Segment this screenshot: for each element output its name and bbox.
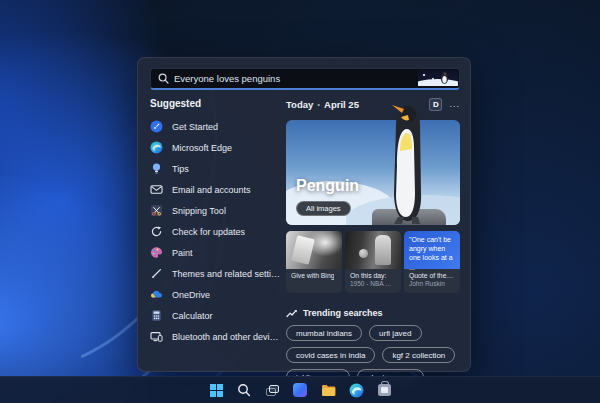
today-label: Today [286,99,313,110]
suggested-item-email-accounts[interactable]: Email and accounts [150,179,282,200]
start-button[interactable] [206,380,227,401]
snow-decoration [418,79,458,86]
calculator-icon [150,309,163,322]
lightbulb-icon [150,162,163,175]
suggested-item-label: Microsoft Edge [172,143,232,153]
suggested-item-paint[interactable]: Paint [150,242,282,263]
card-on-this-day[interactable]: On this day: 1950 - NBA miles... [345,231,401,293]
onedrive-cloud-icon [150,288,163,301]
task-view-icon [266,385,279,396]
suggested-heading: Suggested [150,98,282,109]
card-caption: Give with Bing [291,272,334,280]
suggested-item-label: Themes and related settings [172,269,282,279]
all-images-button[interactable]: All images [296,201,351,216]
suggested-item-microsoft-edge[interactable]: Microsoft Edge [150,137,282,158]
suggested-item-bluetooth-devices[interactable]: Bluetooth and other devices sett... [150,326,282,347]
date-label: April 25 [324,99,359,110]
daily-cards-row: Give with Bing On this day: 1950 - NBA m… [286,231,460,293]
hero-title: Penguin [296,177,359,195]
search-icon [158,73,169,84]
basketball-shape [359,249,368,258]
mail-icon [150,183,163,196]
suggested-item-label: Get Started [172,122,218,132]
store-icon [378,384,391,396]
suggested-item-label: Email and accounts [172,185,251,195]
give-with-bing-photo [286,231,342,269]
rocket-icon [150,120,163,133]
widgets-icon [293,383,307,397]
edge-icon [349,383,364,398]
stars-decoration [423,74,425,76]
photo-shape [375,235,391,265]
devices-icon [150,330,163,343]
on-this-day-photo [345,231,401,269]
trending-section: Trending searches mumbai indians urfi ja… [286,308,460,385]
separator-dot: • [317,100,320,109]
edge-icon [150,141,163,154]
suggested-item-check-updates[interactable]: Check for updates [150,221,282,242]
suggested-item-label: Check for updates [172,227,245,237]
search-icon [237,383,251,397]
trending-icon [286,309,297,318]
store-button[interactable] [374,380,395,401]
suggested-item-tips[interactable]: Tips [150,158,282,179]
mini-penguin-icon [440,71,449,84]
hero-card-penguin[interactable]: Penguin All images [286,120,460,225]
quote-background: "One can't be angry when one looks at a … [404,231,460,269]
card-caption: On this day: [350,272,396,280]
suggested-item-themes[interactable]: Themes and related settings [150,263,282,284]
suggested-item-get-started[interactable]: Get Started [150,116,282,137]
taskbar-search-button[interactable] [234,380,255,401]
suggested-item-onedrive[interactable]: OneDrive [150,284,282,305]
taskbar [0,376,600,403]
card-subcaption: John Ruskin [409,280,455,288]
folder-icon [321,384,336,397]
trending-pill[interactable]: kgf 2 collection [382,347,455,363]
more-options-icon[interactable]: ... [449,101,460,107]
suggested-section: Suggested Get Started Microsoft Edge Tip… [150,98,282,347]
desktop: Suggested Get Started Microsoft Edge Tip… [0,0,600,403]
widgets-button[interactable] [290,380,311,401]
suggested-item-calculator[interactable]: Calculator [150,305,282,326]
quote-text: "One can't be angry when one looks at a … [409,235,455,272]
search-bar[interactable] [150,68,460,90]
task-view-button[interactable] [262,380,283,401]
brush-icon [150,267,163,280]
sync-icon [150,225,163,238]
suggested-item-label: Paint [172,248,193,258]
penguin-image [382,103,434,229]
suggested-item-label: Bluetooth and other devices sett... [172,332,282,342]
search-input[interactable] [174,73,452,84]
suggested-item-snipping-tool[interactable]: Snipping Tool [150,200,282,221]
suggested-item-label: Calculator [172,311,213,321]
trending-pill[interactable]: urfi javed [369,325,421,341]
suggested-item-label: Tips [172,164,189,174]
search-flyout: Suggested Get Started Microsoft Edge Tip… [137,57,471,372]
card-subcaption: 1950 - NBA miles... [350,280,396,288]
edge-button[interactable] [346,380,367,401]
file-explorer-button[interactable] [318,380,339,401]
penguin-illustration [418,70,458,86]
scissors-icon [150,204,163,217]
card-give-with-bing[interactable]: Give with Bing [286,231,342,293]
suggested-item-label: OneDrive [172,290,210,300]
suggested-item-label: Snipping Tool [172,206,226,216]
photo-shape [291,235,315,265]
windows-logo-icon [210,384,223,397]
trending-pill[interactable]: covid cases in india [286,347,375,363]
card-quote-of-the-day[interactable]: "One can't be angry when one looks at a … [404,231,460,293]
bing-daily-section: Today • April 25 D ... [286,96,460,385]
card-caption: Quote of the day: [409,272,455,280]
trending-heading: Trending searches [303,308,383,318]
trending-pill[interactable]: mumbai indians [286,325,362,341]
palette-icon [150,246,163,259]
